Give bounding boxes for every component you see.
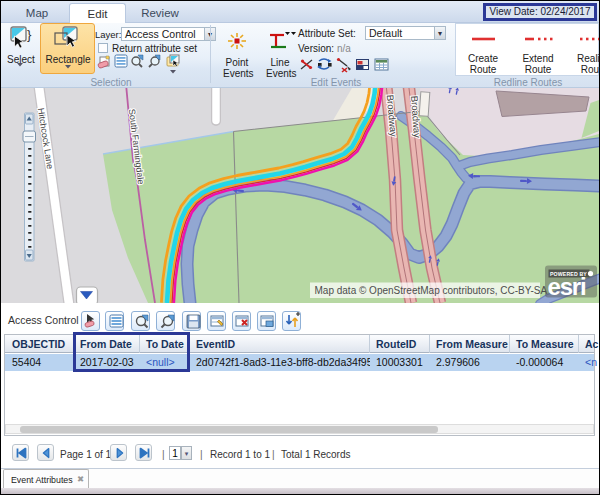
svg-text:Map data © OpenStreetMap contr: Map data © OpenStreetMap contributors, C… bbox=[315, 285, 548, 296]
svg-text:esri: esri bbox=[548, 273, 586, 300]
svg-text:}: } bbox=[27, 27, 32, 42]
